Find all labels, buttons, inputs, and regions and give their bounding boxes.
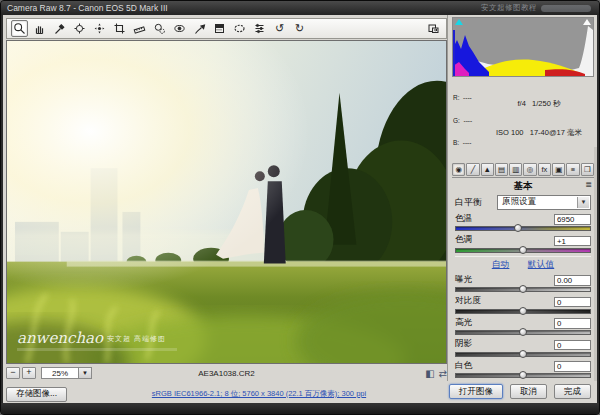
hand-tool-icon[interactable] <box>31 20 48 37</box>
tab-snapshots[interactable]: ❐ <box>581 163 594 176</box>
tab-tone-curve[interactable]: ╱ <box>466 163 479 176</box>
red-eye-removal-tool-icon[interactable] <box>171 20 188 37</box>
whites-thumb[interactable] <box>519 371 527 379</box>
tint-value-input[interactable]: +1 <box>554 236 591 247</box>
preview-swap-icon[interactable]: ⇄ <box>439 368 447 379</box>
exif-exposure: f/4 1/250 秒 <box>485 99 593 109</box>
photo-watermark: anwenchao安文超 高端修图 <box>17 330 177 351</box>
b-readout: B: ---- <box>453 139 485 147</box>
highlight-clipping-icon[interactable] <box>583 19 591 25</box>
rotate-right-icon[interactable]: ↻ <box>291 20 308 37</box>
footer-left: 存储图像... sRGB IEC61966-2.1; 8 位; 5760 x 3… <box>6 385 447 403</box>
exif-iso-lens: ISO 100 17-40@17 毫米 <box>485 128 593 138</box>
highlights-slider: 高光0 <box>455 317 591 336</box>
radial-filter-tool-icon[interactable] <box>231 20 248 37</box>
divider <box>455 256 591 257</box>
shadows-value-input[interactable]: 0 <box>554 340 591 351</box>
shadows-slider: 阴影0 <box>455 338 591 357</box>
highlights-thumb[interactable] <box>519 328 527 336</box>
exposure-track[interactable] <box>455 287 591 292</box>
targeted-adjustment-tool-icon[interactable] <box>91 20 108 37</box>
tab-basic[interactable]: ◉ <box>452 163 465 176</box>
photo-watermark-subline <box>17 348 177 351</box>
white-balance-label: 白平衡 <box>455 196 497 209</box>
contrast-thumb[interactable] <box>519 307 527 315</box>
white-balance-select[interactable]: 原照设置 ▼ <box>497 195 591 210</box>
toggle-fullscreen-icon[interactable] <box>425 20 442 37</box>
tint-track[interactable] <box>455 248 591 253</box>
spot-removal-tool-icon[interactable] <box>151 20 168 37</box>
tab-hsl-grayscale[interactable]: ▤ <box>495 163 508 176</box>
tint-thumb[interactable] <box>519 246 527 254</box>
zoom-in-button[interactable]: + <box>22 367 36 379</box>
whites-value-input[interactable]: 0 <box>554 361 591 372</box>
highlights-track[interactable] <box>455 330 591 335</box>
preferences-icon[interactable] <box>251 20 268 37</box>
shadows-thumb[interactable] <box>519 350 527 358</box>
photo-watermark-text: 安文超 高端修图 <box>107 335 166 342</box>
temperature-slider: 色温6950 <box>455 213 591 232</box>
adjustment-brush-tool-icon[interactable] <box>191 20 208 37</box>
title-bar[interactable]: Camera Raw 8.7 - Canon EOS 5D Mark III 安… <box>1 1 599 15</box>
zoom-level-select[interactable]: 25% <box>41 367 79 379</box>
exposure-slider: 曝光0.00 <box>455 274 591 293</box>
histogram-info: R: ---- G: ---- B: ---- f/4 1/250 秒 ISO … <box>453 79 593 162</box>
tab-effects[interactable]: fx <box>538 163 551 176</box>
tab-camera-calibration[interactable]: ▣ <box>552 163 565 176</box>
color-sampler-tool-icon[interactable] <box>71 20 88 37</box>
open-image-button[interactable]: 打开图像 <box>449 384 503 399</box>
image-preview-canvas[interactable]: anwenchao安文超 高端修图 <box>6 40 447 364</box>
panel-title: 基本 ≣ <box>452 178 594 194</box>
wedding-photo <box>7 41 446 363</box>
panel-scrollbar[interactable] <box>594 147 597 381</box>
basic-controls: 白平衡 原照设置 ▼ 色温6950 色调+1 自动 默 <box>452 194 594 382</box>
adjustments-panel: R: ---- G: ---- B: ---- f/4 1/250 秒 ISO … <box>447 15 597 381</box>
shadows-track[interactable] <box>455 352 591 357</box>
window-bottom-frame <box>1 403 599 414</box>
whites-track[interactable] <box>455 373 591 378</box>
preview-split-icon[interactable]: ◧ <box>425 368 434 379</box>
filename-label: AE3A1038.CR2 <box>126 369 327 378</box>
temperature-track[interactable] <box>455 226 591 231</box>
done-button[interactable]: 完成 <box>554 384 591 399</box>
shadow-clipping-icon[interactable] <box>455 19 463 25</box>
zoom-tool-icon[interactable] <box>11 20 28 37</box>
cancel-button[interactable]: 取消 <box>510 384 547 399</box>
highlights-value-input[interactable]: 0 <box>554 318 591 329</box>
temperature-value-input[interactable]: 6950 <box>554 214 591 225</box>
panel-menu-icon[interactable]: ≣ <box>585 180 592 189</box>
contrast-track[interactable] <box>455 309 591 314</box>
zoom-status-strip: − + 25% ▼ AE3A1038.CR2 ◧ ⇄ <box>6 366 447 380</box>
default-link[interactable]: 默认值 <box>528 259 554 269</box>
white-balance-tool-icon[interactable] <box>51 20 68 37</box>
temperature-thumb[interactable] <box>514 224 522 232</box>
white-balance-dropdown-icon[interactable]: ▼ <box>577 197 589 208</box>
rotate-left-icon[interactable]: ↺ <box>271 20 288 37</box>
crop-tool-icon[interactable] <box>111 20 128 37</box>
histogram[interactable] <box>452 17 594 77</box>
zoom-level-dropdown-icon[interactable]: ▼ <box>79 367 92 379</box>
zoom-out-button[interactable]: − <box>6 367 20 379</box>
save-image-button[interactable]: 存储图像... <box>6 387 67 402</box>
tab-presets[interactable]: ≡ <box>566 163 579 176</box>
tab-detail[interactable]: ▲ <box>481 163 494 176</box>
camera-raw-window: Camera Raw 8.7 - Canon EOS 5D Mark III 安… <box>0 0 600 415</box>
r-readout: R: ---- <box>453 94 485 102</box>
footer-right: 打开图像 取消 完成 <box>445 384 595 399</box>
tab-split-toning[interactable]: ▥ <box>509 163 522 176</box>
auto-default-links: 自动 默认值 <box>455 259 591 271</box>
histogram-plot <box>453 18 593 76</box>
contrast-value-input[interactable]: 0 <box>554 297 591 308</box>
graduated-filter-tool-icon[interactable] <box>211 20 228 37</box>
dialog-body: ↺ ↻ <box>3 15 597 403</box>
titlebar-watermark-badge <box>541 5 591 12</box>
tab-lens-corrections[interactable]: ◎ <box>523 163 536 176</box>
auto-link[interactable]: 自动 <box>492 259 510 269</box>
exposure-value-input[interactable]: 0.00 <box>554 275 591 286</box>
tint-slider: 色调+1 <box>455 234 591 253</box>
straighten-tool-icon[interactable] <box>131 20 148 37</box>
g-readout: G: ---- <box>453 117 485 125</box>
exposure-thumb[interactable] <box>519 285 527 293</box>
contrast-slider: 对比度0 <box>455 295 591 314</box>
workflow-options-link[interactable]: sRGB IEC61966-2.1; 8 位; 5760 x 3840 (22.… <box>101 389 417 399</box>
